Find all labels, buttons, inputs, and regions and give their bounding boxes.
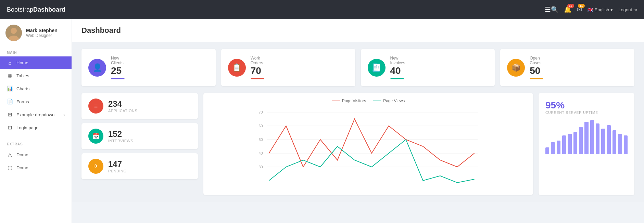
sidebar-item-label: Home bbox=[16, 60, 28, 65]
applications-info: 234 APPLICATIONS bbox=[108, 99, 137, 113]
sidebar-section-main: MAIN bbox=[0, 48, 72, 56]
legend-views-label: Page Views bbox=[383, 99, 405, 103]
sidebar-item-label: Charts bbox=[16, 86, 29, 91]
visitors-line-icon bbox=[332, 101, 340, 101]
uptime-label: CURRENT SERVER UPTIME bbox=[545, 111, 628, 115]
sidebar: Mark Stephen Web Designer MAIN ⌂ Home ▦ … bbox=[0, 19, 72, 223]
uptime-bar bbox=[557, 141, 560, 154]
uptime-bar-chart bbox=[545, 120, 628, 154]
user-section: Mark Stephen Web Designer bbox=[0, 25, 72, 48]
pending-label: PENDING bbox=[108, 169, 127, 173]
app-stat-pending: ✈ 147 PENDING bbox=[81, 153, 198, 179]
forms-icon: 📄 bbox=[7, 99, 13, 105]
messages-icon[interactable]: ✉ 11 bbox=[577, 6, 582, 13]
new-invoices-icon: 🧾 bbox=[368, 59, 386, 77]
language-selector[interactable]: 🇬🇧 English ▾ bbox=[588, 7, 613, 12]
uptime-bar bbox=[551, 142, 555, 154]
interviews-label: INTERVIEWS bbox=[108, 139, 133, 143]
line-chart-card: Page Visitors Page Views 70 60 50 40 bbox=[203, 93, 533, 195]
sidebar-item-label: Domo bbox=[16, 152, 28, 157]
page-title: Dashboard bbox=[81, 26, 634, 35]
sidebar-item-domo-2[interactable]: ▢ Domo bbox=[0, 161, 72, 174]
user-role: Web Designer bbox=[26, 33, 58, 38]
avatar bbox=[5, 25, 22, 41]
stat-card-open-cases: 📦 OpenCases 50 bbox=[500, 49, 634, 86]
domo-icon-1: △ bbox=[7, 152, 13, 158]
topbar: BootstrapDashboard ☰ 🔍 🔔 12 ✉ 11 🇬🇧 Engl… bbox=[0, 0, 644, 19]
sidebar-item-example-dropdown[interactable]: ⊞ Example dropdown ‹ bbox=[0, 108, 72, 121]
sidebar-item-home[interactable]: ⌂ Home bbox=[0, 56, 72, 69]
applications-value: 234 bbox=[108, 99, 137, 109]
topbar-right: 🔍 🔔 12 ✉ 11 🇬🇧 English ▾ Logout ⇥ bbox=[551, 6, 637, 13]
user-info: Mark Stephen Web Designer bbox=[26, 28, 58, 38]
tables-icon: ▦ bbox=[7, 73, 13, 79]
new-clients-info: NewClients 25 bbox=[111, 56, 125, 79]
open-cases-icon: 📦 bbox=[507, 59, 525, 77]
views-line-icon bbox=[373, 101, 381, 101]
new-invoices-label: NewInvoices bbox=[390, 56, 405, 65]
login-icon: ⊡ bbox=[7, 124, 13, 131]
language-label: English bbox=[595, 7, 609, 12]
sidebar-item-tables[interactable]: ▦ Tables bbox=[0, 69, 72, 82]
open-cases-value: 50 bbox=[530, 65, 543, 76]
line-chart-svg: 70 60 50 40 30 bbox=[209, 107, 528, 189]
uptime-bar bbox=[568, 134, 571, 154]
uptime-bar bbox=[579, 127, 583, 154]
stat-cards-row: 👤 NewClients 25 📋 WorkOrders 70 bbox=[81, 49, 634, 86]
sidebar-item-charts[interactable]: 📊 Charts bbox=[0, 82, 72, 95]
logout-button[interactable]: Logout ⇥ bbox=[618, 7, 637, 12]
work-orders-info: WorkOrders 70 bbox=[251, 56, 264, 79]
new-invoices-info: NewInvoices 40 bbox=[390, 56, 405, 79]
uptime-bar bbox=[624, 135, 628, 154]
sidebar-item-label: Domo bbox=[16, 165, 28, 170]
work-orders-label: WorkOrders bbox=[251, 56, 264, 65]
user-name: Mark Stephen bbox=[26, 28, 58, 33]
work-orders-icon: 📋 bbox=[228, 59, 246, 77]
sidebar-item-label: Example dropdown bbox=[16, 112, 54, 117]
interviews-info: 152 INTERVIEWS bbox=[108, 129, 133, 143]
charts-icon: 📊 bbox=[7, 86, 13, 92]
logout-label: Logout bbox=[618, 7, 632, 12]
sidebar-item-label: Tables bbox=[16, 73, 29, 78]
svg-text:60: 60 bbox=[259, 124, 263, 128]
app-stat-applications: ≡ 234 APPLICATIONS bbox=[81, 93, 198, 119]
sidebar-item-login[interactable]: ⊡ Login page bbox=[0, 121, 72, 134]
legend-visitors: Page Visitors bbox=[332, 99, 366, 103]
uptime-bar bbox=[545, 147, 549, 154]
svg-text:30: 30 bbox=[259, 165, 263, 169]
new-clients-underline bbox=[111, 78, 125, 79]
svg-text:40: 40 bbox=[259, 151, 263, 155]
app-stat-interviews: 📅 152 INTERVIEWS bbox=[81, 123, 198, 149]
svg-text:50: 50 bbox=[259, 137, 263, 142]
new-clients-value: 25 bbox=[111, 65, 125, 76]
notifications-icon[interactable]: 🔔 12 bbox=[564, 6, 571, 13]
svg-point-1 bbox=[11, 28, 17, 34]
sidebar-item-forms[interactable]: 📄 Forms bbox=[0, 95, 72, 108]
new-invoices-value: 40 bbox=[390, 65, 405, 76]
content-area: 👤 NewClients 25 📋 WorkOrders 70 bbox=[72, 42, 644, 202]
uptime-bar bbox=[618, 134, 622, 154]
stat-card-new-clients: 👤 NewClients 25 bbox=[81, 49, 216, 86]
layout: Mark Stephen Web Designer MAIN ⌂ Home ▦ … bbox=[0, 19, 644, 223]
open-cases-info: OpenCases 50 bbox=[530, 56, 543, 79]
uptime-bar bbox=[613, 130, 616, 154]
uptime-bar bbox=[596, 123, 599, 154]
sidebar-item-domo-1[interactable]: △ Domo bbox=[0, 148, 72, 161]
applications-label: APPLICATIONS bbox=[108, 109, 137, 113]
chevron-down-icon: ▾ bbox=[610, 7, 613, 12]
hamburger-icon[interactable]: ☰ bbox=[545, 5, 551, 14]
work-orders-value: 70 bbox=[251, 65, 264, 76]
uptime-bar bbox=[601, 129, 605, 154]
search-icon[interactable]: 🔍 bbox=[551, 6, 558, 13]
new-invoices-underline bbox=[390, 78, 404, 79]
work-orders-underline bbox=[251, 78, 264, 79]
svg-text:70: 70 bbox=[259, 110, 263, 114]
uptime-card: 95% CURRENT SERVER UPTIME bbox=[539, 93, 634, 195]
notifications-badge: 12 bbox=[567, 4, 574, 8]
applications-icon: ≡ bbox=[88, 99, 103, 114]
sidebar-item-label: Login page bbox=[16, 125, 38, 130]
bottom-row: ≡ 234 APPLICATIONS 📅 152 INTERVIEWS bbox=[81, 93, 634, 195]
pending-icon: ✈ bbox=[88, 159, 103, 174]
home-icon: ⌂ bbox=[7, 60, 13, 66]
chevron-icon: ‹ bbox=[63, 113, 65, 117]
